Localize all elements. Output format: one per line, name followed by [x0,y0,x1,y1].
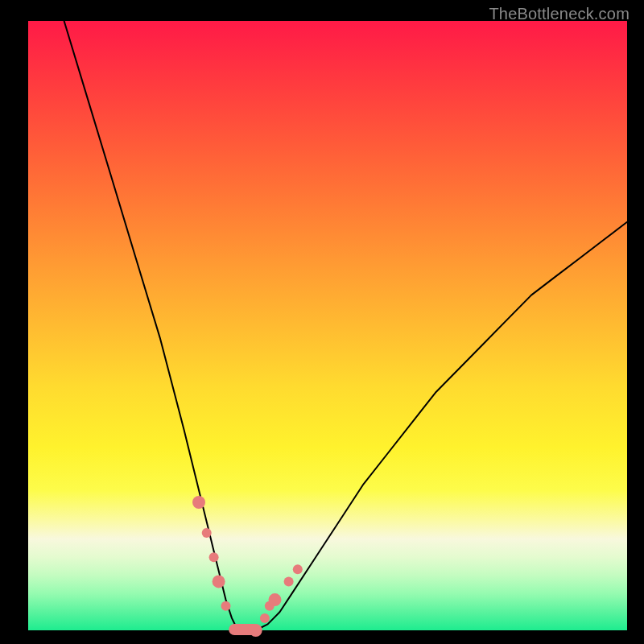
curve-marker [284,576,294,586]
curve-marker [209,552,219,562]
curve-marker [192,496,205,509]
watermark-text: TheBottleneck.com [489,5,630,23]
marker-group [192,496,303,637]
curve-marker [213,575,225,588]
curve-marker [250,624,262,637]
curve-marker [239,625,249,635]
curve-marker [202,528,212,538]
curve-marker [269,593,282,606]
bottleneck-curve [64,21,627,630]
chart-frame: TheBottleneck.com [0,0,644,644]
curve-marker [221,601,231,611]
plot-area [28,21,627,630]
curve-marker [293,564,303,574]
curve-marker [260,613,270,623]
chart-svg [28,21,627,630]
